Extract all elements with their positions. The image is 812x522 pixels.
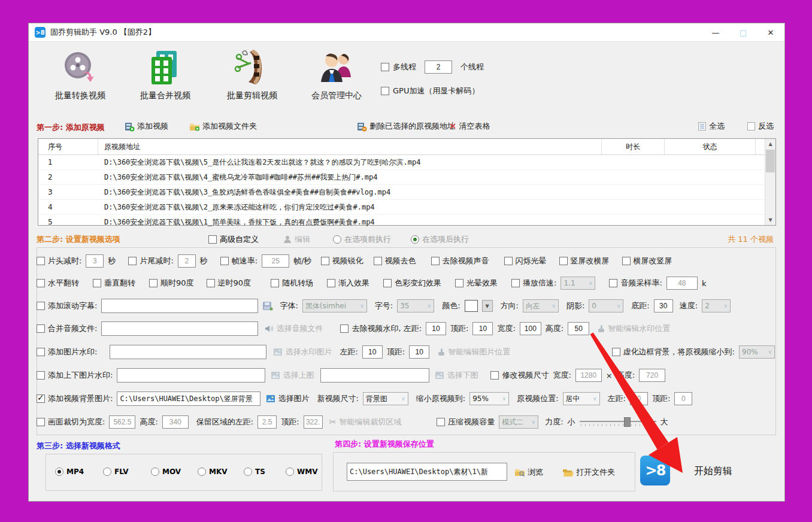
- start-cut-icon[interactable]: >8: [640, 456, 670, 485]
- save-path-input[interactable]: [347, 463, 507, 481]
- wm-top-input[interactable]: [472, 322, 493, 335]
- col-header-status[interactable]: 状态: [665, 139, 756, 154]
- table-row[interactable]: 2 D:\360安全浏览器下载\视频\4_蜜桃乌龙冷萃咖啡#咖啡##苏州##我要…: [38, 170, 775, 185]
- compress-mode-select[interactable]: 模式二∨: [499, 415, 538, 429]
- bg-top-input[interactable]: [674, 392, 692, 405]
- wm-left-input[interactable]: [426, 322, 446, 335]
- smart-crop-button[interactable]: ✂ 智能编辑裁切区域: [329, 417, 402, 427]
- rotate-ccw-option[interactable]: 逆时90度: [207, 278, 252, 289]
- table-row[interactable]: 1 D:\360安全浏览器下载\视频\5_是什么让我连着2天发出就这？就这？的感…: [38, 155, 775, 170]
- choose-audio-button[interactable]: 选择音频文件: [265, 323, 323, 334]
- thread-count-input[interactable]: [425, 60, 452, 74]
- framerate-input[interactable]: [262, 254, 289, 268]
- remove-selected-button[interactable]: 删除已选择的原视频地址: [357, 121, 455, 132]
- minimize-button[interactable]: —: [702, 24, 729, 41]
- close-button[interactable]: ✕: [757, 24, 784, 41]
- add-folder-button[interactable]: 添加视频文件夹: [189, 121, 257, 132]
- background-image-input[interactable]: [117, 392, 260, 406]
- blur-shrink-select[interactable]: 90%∨: [739, 345, 775, 359]
- image-watermark-option[interactable]: 添加图片水印:: [37, 347, 97, 357]
- img-top-input[interactable]: [409, 345, 429, 359]
- scroll-up-icon[interactable]: ▲: [765, 139, 775, 149]
- direction-select[interactable]: 向左∨: [523, 299, 559, 312]
- trim-head-input[interactable]: [86, 254, 104, 268]
- resize-video-option[interactable]: 修改视频尺寸: [490, 370, 549, 381]
- advanced-custom-option[interactable]: 高级自定义: [208, 234, 259, 245]
- blur-border-option[interactable]: 虚化边框背景，将原视频缩小到:: [612, 347, 735, 357]
- fadein-option[interactable]: 渐入效果: [327, 278, 369, 289]
- multithread-checkbox[interactable]: [381, 63, 389, 71]
- table-scrollbar[interactable]: ▲ ▼: [765, 139, 775, 225]
- maximize-button[interactable]: □: [729, 24, 757, 41]
- updown-watermark-option[interactable]: 添加上下图片水印:: [37, 370, 113, 381]
- open-folder-button[interactable]: 打开文件夹: [562, 467, 615, 478]
- browse-button[interactable]: 浏览: [514, 467, 543, 478]
- resize-height-input[interactable]: [639, 369, 665, 382]
- image-watermark-input[interactable]: [110, 345, 266, 359]
- bottom-margin-input[interactable]: [654, 299, 673, 312]
- font-select[interactable]: 黑体(simhei∨: [302, 299, 367, 312]
- col-header-no[interactable]: 序号: [38, 139, 98, 154]
- wm-width-input[interactable]: [520, 322, 541, 335]
- framerate-option[interactable]: 帧速率:: [220, 256, 257, 266]
- hflip-option[interactable]: 水平翻转: [37, 278, 79, 289]
- select-all-button[interactable]: 全选: [698, 121, 725, 132]
- col-header-duration[interactable]: 时长: [602, 139, 665, 154]
- shadow-select[interactable]: 0∨: [589, 299, 623, 312]
- add-video-button[interactable]: 添加视频: [125, 121, 168, 132]
- top-image-input[interactable]: [117, 368, 265, 383]
- fontsize-select[interactable]: 35∨: [397, 299, 434, 312]
- trim-head-option[interactable]: 片头减时:: [37, 256, 81, 266]
- crop-width-input[interactable]: [109, 415, 135, 429]
- wm-height-input[interactable]: [568, 322, 589, 335]
- compress-option[interactable]: 压缩视频容量: [437, 417, 495, 427]
- trim-tail-option[interactable]: 片尾减时:: [128, 256, 173, 266]
- choose-bottom-image-button[interactable]: 选择下图: [435, 370, 478, 381]
- keep-left-input[interactable]: [257, 415, 277, 429]
- table-row[interactable]: 5 D:\360安全浏览器下载\视频\1_简单美味，香辣下饭，真的有点费饭啊#美…: [38, 215, 775, 230]
- remove-watermark-option[interactable]: 去除视频水印, 左距:: [340, 323, 422, 334]
- crop-height-input[interactable]: [162, 415, 189, 429]
- table-row[interactable]: 3 D:\360安全浏览器下载\视频\3_鱼胶鸡汤鲜香色香味俱全#美食##自制美…: [38, 185, 775, 200]
- merge-audio-option[interactable]: 合并音频文件:: [37, 323, 97, 334]
- speed-select[interactable]: 1.1∨: [560, 277, 595, 290]
- vertical-to-horizontal-option[interactable]: 竖屏改横屏: [559, 256, 610, 266]
- edit-button[interactable]: 编辑: [283, 234, 310, 245]
- scroll-thumb[interactable]: [766, 150, 775, 172]
- color-swatch[interactable]: [465, 300, 478, 312]
- merge-audio-input[interactable]: [101, 321, 258, 336]
- format-ts-option[interactable]: TS: [244, 468, 265, 476]
- scroll-subtitle-option[interactable]: 添加滚动字幕:: [37, 301, 97, 311]
- exec-after-option[interactable]: 在选项后执行: [411, 234, 469, 245]
- crop-option[interactable]: 画面裁切为宽度:: [37, 417, 105, 427]
- decolor-option[interactable]: 视频去色: [374, 256, 416, 266]
- flicker-option[interactable]: 闪烁光晕: [504, 256, 547, 266]
- col-header-path[interactable]: 原视频地址: [98, 139, 602, 154]
- keep-top-input[interactable]: [304, 415, 323, 429]
- sharpen-option[interactable]: 视频锐化: [321, 256, 363, 266]
- background-image-option[interactable]: 添加视频背景图片:: [37, 393, 113, 404]
- new-size-select[interactable]: 背景图∨: [363, 392, 408, 405]
- subtitle-speed-select[interactable]: 2∨: [702, 299, 731, 312]
- toolbar-item-cut[interactable]: 批量剪辑视频: [213, 48, 291, 101]
- slider-thumb[interactable]: [624, 417, 631, 427]
- position-select[interactable]: 居中∨: [563, 392, 600, 405]
- toolbar-item-convert[interactable]: 批量转换视频: [41, 48, 119, 101]
- format-mkv-option[interactable]: MKV: [198, 468, 228, 476]
- format-wmv-option[interactable]: WMV: [286, 468, 317, 476]
- bg-left-input[interactable]: [630, 392, 648, 405]
- img-left-input[interactable]: [362, 345, 383, 359]
- subtitle-input[interactable]: [101, 299, 258, 313]
- choose-background-image-button[interactable]: 选择图片: [266, 393, 309, 404]
- colorfx-option[interactable]: 色彩变幻效果: [383, 278, 441, 289]
- exec-before-option[interactable]: 在选项前执行: [333, 234, 391, 245]
- table-row[interactable]: 4 D:\360安全浏览器下载\视频\2_原来果冻还能这样吃，你们肯定没吃过#美…: [38, 200, 775, 215]
- format-mov-option[interactable]: MOV: [151, 468, 181, 476]
- choose-top-image-button[interactable]: 选择上图: [271, 370, 314, 381]
- halo-option[interactable]: 光晕效果: [455, 278, 498, 289]
- smart-image-position-button[interactable]: 智能编辑图片位置: [437, 347, 510, 357]
- color-dropdown-icon[interactable]: ▼: [482, 300, 493, 312]
- vflip-option[interactable]: 垂直翻转: [93, 278, 135, 289]
- toolbar-item-merge[interactable]: 批量合并视频: [126, 48, 204, 101]
- horizontal-to-vertical-option[interactable]: 横屏改竖屏: [622, 256, 672, 266]
